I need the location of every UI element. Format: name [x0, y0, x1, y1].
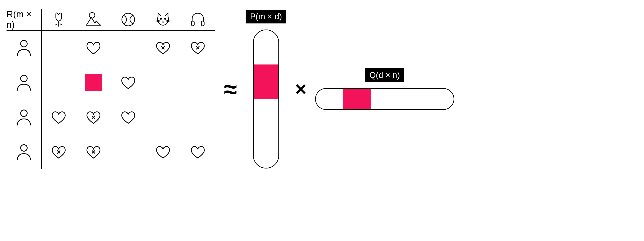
matrix-label-R: R(m × n) [6, 9, 41, 30]
col-header-ball [111, 9, 146, 30]
svg-point-5 [160, 18, 162, 19]
person-icon [14, 38, 34, 57]
col-header-cat [146, 9, 180, 30]
cell-user4-cat [146, 135, 180, 169]
heart-icon [154, 143, 172, 161]
matrix-R: R(m × n) [6, 9, 215, 169]
cell-user3-headphones [180, 100, 215, 135]
heart-icon [119, 108, 137, 126]
Q-label: Q(d × n) [365, 68, 404, 82]
row-header-user4 [6, 135, 41, 169]
cell-user3-tulip [41, 100, 76, 135]
mountain-icon [85, 11, 102, 28]
heart-icon [84, 39, 102, 57]
matrix-P-column: P(m × d) [246, 10, 286, 169]
matrix-Q-column: Q(d × n) [315, 68, 454, 110]
diagram-root: R(m × n) [6, 9, 638, 169]
cell-user1-cat [146, 30, 180, 65]
cell-user2-headphones [180, 65, 215, 100]
heart-x-icon [189, 39, 207, 57]
heart-x-icon [84, 143, 102, 161]
matrix-divider-vertical [41, 9, 42, 169]
row-header-user1 [6, 30, 41, 65]
highlight-square [85, 74, 102, 91]
cell-user2-cat [146, 65, 180, 100]
cell-user1-tulip [41, 30, 76, 65]
cell-user1-ball [111, 30, 146, 65]
cell-user1-mountain [76, 30, 111, 65]
cell-user2-ball [111, 65, 146, 100]
svg-rect-11 [192, 21, 194, 26]
ball-icon [120, 11, 137, 28]
cell-user3-cat [146, 100, 180, 135]
svg-point-22 [21, 145, 27, 151]
svg-line-9 [166, 20, 169, 21]
svg-point-18 [21, 75, 27, 82]
person-icon [14, 73, 34, 92]
matrix-P-highlight [254, 64, 278, 99]
cell-user4-headphones [180, 135, 215, 169]
heart-icon [119, 73, 137, 92]
R-text: R(m × n) [6, 9, 41, 30]
col-header-tulip [41, 9, 76, 30]
svg-line-1 [55, 24, 58, 25]
tulip-icon [50, 11, 67, 28]
matrix-divider-horizontal [6, 30, 215, 31]
heart-icon [50, 108, 68, 126]
cell-user4-ball [111, 135, 146, 169]
person-icon [14, 107, 34, 127]
cat-icon [154, 11, 172, 28]
col-header-mountain [76, 9, 111, 30]
headphones-icon [189, 11, 206, 28]
svg-line-7 [157, 20, 160, 21]
svg-point-4 [122, 13, 135, 26]
cell-user2-mountain [76, 65, 111, 100]
svg-point-6 [164, 18, 166, 19]
cell-user4-mountain [76, 135, 111, 169]
approx-symbol: ≈ [224, 75, 237, 103]
svg-rect-12 [201, 21, 204, 26]
person-icon [14, 142, 34, 162]
heart-x-icon [84, 108, 102, 126]
matrix-Q-pill [315, 88, 454, 110]
svg-point-19 [21, 110, 27, 116]
svg-point-13 [21, 40, 27, 47]
col-header-headphones [180, 9, 215, 30]
svg-point-3 [89, 12, 95, 18]
matrix-P-pill [253, 29, 279, 169]
row-header-user2 [6, 65, 41, 100]
cell-user3-mountain [76, 100, 111, 135]
times-symbol: × [295, 78, 306, 100]
heart-x-icon [50, 143, 68, 161]
heart-x-icon [154, 39, 172, 57]
row-header-user3 [6, 100, 41, 135]
P-label: P(m × d) [246, 10, 286, 23]
cell-user1-headphones [180, 30, 215, 65]
svg-line-2 [60, 24, 62, 25]
cell-user2-tulip [41, 65, 76, 100]
cell-user3-ball [111, 100, 146, 135]
cell-user4-tulip [41, 135, 76, 169]
heart-icon [189, 143, 207, 161]
matrix-Q-highlight [343, 89, 371, 109]
